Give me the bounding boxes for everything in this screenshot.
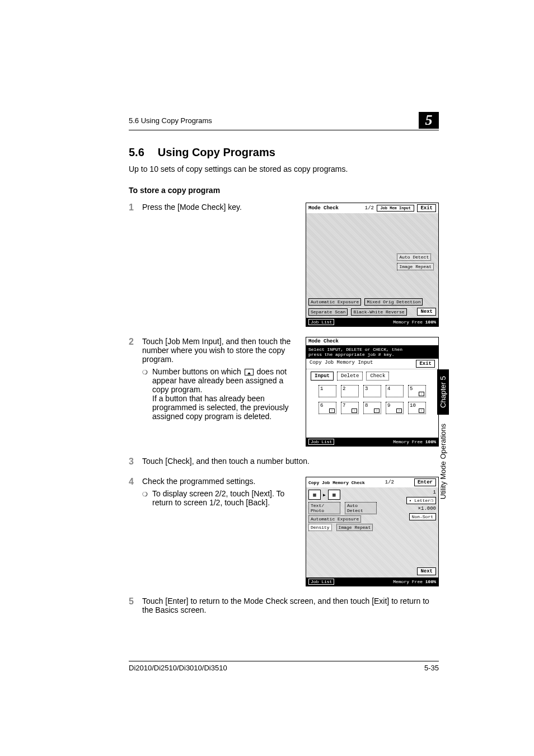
download-icon: ↓ (419, 392, 424, 396)
section-number: 5.6 (129, 146, 144, 158)
manual-page: 5.6 Using Copy Programs 5 5.6Using Copy … (0, 0, 534, 756)
memory-label: Memory Free (393, 579, 423, 584)
exit-button[interactable]: Exit (416, 360, 435, 368)
download-icon (245, 369, 254, 375)
num-button-3[interactable]: 3 (363, 385, 381, 397)
footer-page: 5-35 (424, 664, 439, 672)
step-5: 5 Touch [Enter] to return to the Mode Ch… (129, 597, 439, 614)
scr2-title: Mode Check (308, 339, 339, 344)
nonsort-box: Non-Sort (409, 513, 436, 520)
screenshot-job-memory-input: Mode Check Select INPUT, DELETE or CHECK… (306, 337, 439, 447)
scr3-page: 1/2 (385, 480, 394, 485)
next-button[interactable]: Next (417, 567, 436, 575)
step-number: 4 (129, 477, 142, 487)
num-button-8[interactable]: 8↓ (363, 402, 381, 414)
step-1: 1 Press the [Mode Check] key. Mode Check… (129, 203, 439, 327)
procedure-heading: To store a copy program (129, 186, 439, 195)
chapter-number-box: 5 (419, 112, 439, 129)
text-photo-label: Text/ Photo (308, 502, 340, 514)
side-section-label: Utility Mode Operations (439, 420, 447, 503)
scr2-subtitle: Copy Job Memory Input (310, 360, 373, 368)
separate-scan-option[interactable]: Separate Scan (308, 308, 348, 316)
scr2-msg2: press the appropriate job # key. (308, 352, 436, 357)
job-list-button[interactable]: Job List (308, 319, 334, 325)
screenshot-memory-check: Copy Job Memory Check 1/2 Enter ▦ ▶ ▦ (306, 477, 439, 586)
step-number: 1 (129, 203, 142, 213)
step-text: Touch [Check], and then touch a number b… (142, 457, 439, 466)
arrow-icon: ▶ (323, 492, 326, 497)
mixed-orig-option[interactable]: Mixed Orig Detection (364, 298, 423, 306)
step-text: Touch [Enter] to return to the Mode Chec… (142, 597, 439, 614)
bullet-icon: ❍ (142, 367, 152, 377)
memory-percent: 100% (425, 439, 436, 444)
side-tab: Chapter 5 Utility Mode Operations (437, 369, 449, 503)
step-number: 5 (129, 597, 142, 607)
screenshot-mode-check: Mode Check 1/2 Job Mem Input Exit Auto D… (306, 203, 439, 327)
enter-button[interactable]: Enter (414, 478, 436, 486)
scr1-page: 1/2 (365, 205, 374, 211)
footer-model: Di2010/Di2510/Di3010/Di3510 (129, 664, 227, 672)
scr3-title: Copy Job Memory Check (308, 480, 365, 485)
step-number: 3 (129, 457, 142, 467)
num-button-2[interactable]: 2 (341, 385, 359, 397)
num-button-7[interactable]: 7↓ (341, 402, 359, 414)
num-button-10[interactable]: 10↓ (408, 402, 426, 414)
job-mem-input-button[interactable]: Job Mem Input (377, 205, 414, 212)
download-icon: ↓ (329, 408, 335, 413)
job-list-button[interactable]: Job List (308, 439, 334, 445)
copy-icon: ▦ (328, 490, 340, 500)
header-section-ref: 5.6 Using Copy Programs (129, 116, 212, 125)
intro-text: Up to 10 sets of copy settings can be st… (129, 165, 439, 173)
download-icon: ↓ (374, 408, 380, 413)
scr2-msg1: Select INPUT, DELETE or CHECK, then (308, 347, 436, 352)
num-button-6[interactable]: 6↓ (318, 402, 336, 414)
memory-label: Memory Free (393, 439, 423, 444)
scr1-title: Mode Check (308, 205, 339, 211)
delete-tab[interactable]: Delete (337, 372, 363, 381)
auto-exp-label: Automatic Exposure (308, 515, 361, 523)
check-tab[interactable]: Check (366, 372, 389, 381)
step-text: Press the [Mode Check] key. (142, 203, 294, 212)
orig-icon: ▦ (308, 490, 321, 500)
job-list-button[interactable]: Job List (308, 579, 334, 585)
val-1: 1 (433, 490, 436, 495)
next-button[interactable]: Next (417, 308, 436, 316)
step-3: 3 Touch [Check], and then touch a number… (129, 457, 439, 467)
page-header: 5.6 Using Copy Programs 5 (129, 112, 439, 130)
auto-detect-label: Auto Detect (345, 502, 377, 514)
step-2: 2 Touch [Job Mem Input], and then touch … (129, 337, 439, 447)
download-icon: ↓ (352, 408, 357, 413)
image-repeat-label: Image Repeat (336, 524, 373, 531)
density-label: Density (308, 524, 332, 531)
exit-button[interactable]: Exit (417, 204, 436, 212)
zoom-value: ×1.000 (418, 506, 436, 511)
step-4: 4 Check the programmed settings. ❍ To di… (129, 477, 439, 586)
input-tab[interactable]: Input (311, 372, 334, 381)
download-icon: ↓ (396, 408, 402, 413)
bullet-icon: ❍ (142, 489, 152, 499)
num-button-5[interactable]: 5↓ (408, 385, 426, 397)
memory-percent: 100% (425, 579, 436, 584)
auto-exposure-option[interactable]: Automatic Exposure (308, 298, 361, 306)
step-text: Touch [Job Mem Input], and then touch th… (142, 337, 294, 364)
step-text: Check the programmed settings. (142, 477, 294, 486)
step-number: 2 (129, 337, 142, 347)
section-title: 5.6Using Copy Programs (129, 146, 439, 159)
bw-reverse-option[interactable]: Black-White Reverse (351, 308, 406, 316)
auto-detect-option[interactable]: Auto Detect (397, 253, 431, 261)
num-button-9[interactable]: 9↓ (386, 402, 404, 414)
memory-label: Memory Free (393, 320, 423, 325)
section-heading: Using Copy Programs (158, 146, 275, 158)
sub-bullet-text: Number buttons on which does not appear … (152, 367, 294, 421)
sub-bullet-text: To display screen 2/2, touch [Next]. To … (152, 489, 294, 507)
download-icon: ↓ (419, 408, 424, 413)
memory-percent: 100% (425, 320, 436, 325)
page-footer: Di2010/Di2510/Di3010/Di3510 5-35 (129, 661, 439, 672)
num-button-1[interactable]: 1 (318, 385, 336, 397)
num-button-4[interactable]: 4 (386, 385, 404, 397)
image-repeat-option[interactable]: Image Repeat (397, 263, 434, 270)
letter-box: ▪ Letter❐ (406, 497, 436, 504)
side-chapter-label: Chapter 5 (437, 369, 449, 415)
